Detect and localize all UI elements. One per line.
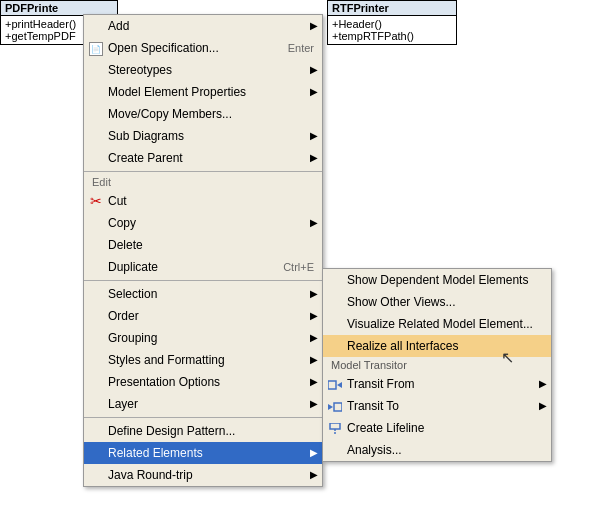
menu-item-show-other[interactable]: Show Other Views... (323, 291, 551, 313)
menu-item-layer[interactable]: Layer ▶ (84, 393, 322, 415)
menu-item-copy[interactable]: Copy ▶ (84, 212, 322, 234)
duplicate-label: Duplicate (108, 258, 158, 276)
menu-item-sub-diagrams[interactable]: Sub Diagrams ▶ (84, 125, 322, 147)
analysis-label: Analysis... (347, 441, 402, 459)
menu-item-add[interactable]: Add ▶ (84, 15, 322, 37)
transit-to-icon (327, 397, 343, 415)
menu-item-move-copy[interactable]: Move/Copy Members... (84, 103, 322, 125)
rtf-printer-methods: +Header() +tempRTFPath() (328, 16, 456, 44)
design-pattern-label: Define Design Pattern... (108, 422, 235, 440)
presentation-label: Presentation Options (108, 373, 220, 391)
menu-item-show-dependent[interactable]: Show Dependent Model Elements (323, 269, 551, 291)
menu-item-create-parent[interactable]: Create Parent ▶ (84, 147, 322, 169)
menu-item-order[interactable]: Order ▶ (84, 305, 322, 327)
main-context-menu: Add ▶ 📄 Open Specification... Enter Ster… (83, 14, 323, 487)
presentation-arrow: ▶ (310, 373, 318, 391)
stereotypes-label: Stereotypes (108, 61, 172, 79)
transit-from-label: Transit From (347, 375, 415, 393)
separator-3 (84, 417, 322, 418)
menu-item-selection[interactable]: Selection ▶ (84, 283, 322, 305)
related-elements-arrow: ▶ (310, 444, 318, 462)
menu-item-java-roundtrip[interactable]: Java Round-trip ▶ (84, 464, 322, 486)
menu-item-cut[interactable]: ✂ Cut (84, 190, 322, 212)
svg-rect-0 (328, 381, 336, 389)
open-spec-label: Open Specification... (108, 39, 219, 57)
show-dependent-label: Show Dependent Model Elements (347, 271, 528, 289)
order-arrow: ▶ (310, 307, 318, 325)
create-parent-label: Create Parent (108, 149, 183, 167)
open-spec-shortcut: Enter (272, 39, 314, 57)
transit-to-label: Transit To (347, 397, 399, 415)
move-copy-label: Move/Copy Members... (108, 105, 232, 123)
copy-label: Copy (108, 214, 136, 232)
menu-item-visualize-related[interactable]: Visualize Related Model Element... (323, 313, 551, 335)
layer-arrow: ▶ (310, 395, 318, 413)
menu-item-stereotypes[interactable]: Stereotypes ▶ (84, 59, 322, 81)
copy-arrow: ▶ (310, 214, 318, 232)
menu-item-presentation[interactable]: Presentation Options ▶ (84, 371, 322, 393)
menu-item-transit-from[interactable]: Transit From ▶ (323, 373, 551, 395)
stereotypes-arrow: ▶ (310, 61, 318, 79)
svg-marker-1 (337, 382, 342, 388)
styles-label: Styles and Formatting (108, 351, 225, 369)
grouping-arrow: ▶ (310, 329, 318, 347)
rtf-printer-class: RTFPrinter +Header() +tempRTFPath() (327, 0, 457, 45)
grouping-label: Grouping (108, 329, 157, 347)
menu-item-transit-to[interactable]: Transit To ▶ (323, 395, 551, 417)
model-props-label: Model Element Properties (108, 83, 246, 101)
rtf-printer-title: RTFPrinter (328, 1, 456, 16)
menu-item-duplicate[interactable]: Duplicate Ctrl+E (84, 256, 322, 278)
menu-item-model-props[interactable]: Model Element Properties ▶ (84, 81, 322, 103)
separator-2 (84, 280, 322, 281)
menu-item-design-pattern[interactable]: Define Design Pattern... (84, 420, 322, 442)
cut-label: Cut (108, 192, 127, 210)
layer-label: Layer (108, 395, 138, 413)
java-roundtrip-label: Java Round-trip (108, 466, 193, 484)
transit-from-icon (327, 375, 343, 393)
show-other-label: Show Other Views... (347, 293, 456, 311)
add-label: Add (108, 17, 129, 35)
model-props-arrow: ▶ (310, 83, 318, 101)
realize-all-label: Realize all Interfaces (347, 337, 458, 355)
menu-item-delete[interactable]: Delete (84, 234, 322, 256)
menu-item-analysis[interactable]: Analysis... (323, 439, 551, 461)
svg-rect-4 (330, 423, 340, 429)
menu-item-open-spec[interactable]: 📄 Open Specification... Enter (84, 37, 322, 59)
transit-from-arrow: ▶ (539, 375, 547, 393)
menu-item-grouping[interactable]: Grouping ▶ (84, 327, 322, 349)
menu-item-related-elements[interactable]: Related Elements ▶ (84, 442, 322, 464)
edit-section-label: Edit (84, 174, 322, 190)
create-parent-arrow: ▶ (310, 149, 318, 167)
visualize-related-label: Visualize Related Model Element... (347, 315, 533, 333)
sub-diagrams-arrow: ▶ (310, 127, 318, 145)
svg-marker-2 (328, 404, 333, 410)
menu-item-create-lifeline[interactable]: Create Lifeline (323, 417, 551, 439)
transit-to-arrow: ▶ (539, 397, 547, 415)
delete-label: Delete (108, 236, 143, 254)
java-roundtrip-arrow: ▶ (310, 466, 318, 484)
menu-item-styles[interactable]: Styles and Formatting ▶ (84, 349, 322, 371)
create-lifeline-label: Create Lifeline (347, 419, 424, 437)
styles-arrow: ▶ (310, 351, 318, 369)
separator-1 (84, 171, 322, 172)
selection-arrow: ▶ (310, 285, 318, 303)
create-lifeline-icon (327, 419, 343, 437)
cut-icon: ✂ (88, 192, 104, 210)
duplicate-shortcut: Ctrl+E (267, 258, 314, 276)
order-label: Order (108, 307, 139, 325)
selection-label: Selection (108, 285, 157, 303)
sub-context-menu: Show Dependent Model Elements Show Other… (322, 268, 552, 462)
open-spec-icon: 📄 (88, 39, 104, 57)
related-elements-label: Related Elements (108, 444, 203, 462)
svg-rect-3 (334, 403, 342, 411)
model-transitor-label: Model Transitor (323, 357, 551, 373)
menu-item-realize-all[interactable]: Realize all Interfaces (323, 335, 551, 357)
add-arrow: ▶ (310, 17, 318, 35)
sub-diagrams-label: Sub Diagrams (108, 127, 184, 145)
